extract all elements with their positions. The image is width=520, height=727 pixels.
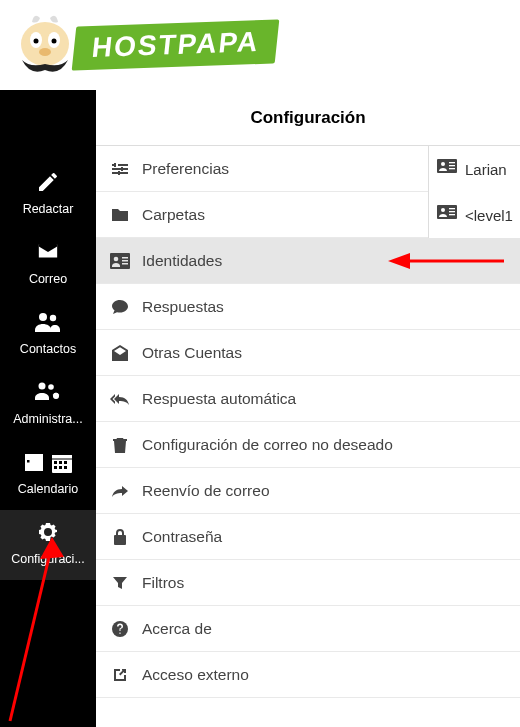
settings-item-identities[interactable]: Identidades	[96, 238, 520, 284]
sidebar-item-admin[interactable]: Administra...	[0, 370, 96, 440]
compose-icon	[2, 170, 94, 198]
forward-icon	[110, 481, 130, 501]
svg-rect-20	[25, 454, 43, 458]
mail-icon	[2, 240, 94, 268]
svg-rect-33	[122, 257, 128, 259]
svg-rect-36	[114, 535, 126, 545]
sidebar-item-calendar[interactable]: Calendario	[0, 440, 96, 510]
svg-point-4	[52, 39, 57, 44]
admin-icon	[2, 380, 94, 408]
settings-header: Configuración	[96, 90, 520, 146]
settings-item-auto-reply[interactable]: Respuesta automática	[96, 376, 520, 422]
svg-rect-28	[54, 466, 57, 469]
settings-item-label: Acerca de	[142, 620, 212, 638]
svg-rect-25	[54, 461, 57, 464]
sidebar-item-label: Administra...	[2, 412, 94, 426]
id-card-icon	[110, 251, 130, 271]
identity-label: Larian	[465, 161, 507, 178]
sidebar-item-contacts[interactable]: Contactos	[0, 300, 96, 370]
id-card-icon	[437, 205, 457, 225]
svg-rect-42	[449, 168, 455, 169]
settings-item-label: Acceso externo	[142, 666, 249, 684]
question-icon	[110, 619, 130, 639]
lock-icon	[110, 527, 130, 547]
identity-label: <level1	[465, 207, 513, 224]
svg-point-32	[114, 256, 119, 261]
svg-rect-30	[64, 466, 67, 469]
logo-mascot-icon	[10, 10, 80, 80]
comment-icon	[110, 297, 130, 317]
sidebar-item-label: Calendario	[2, 482, 94, 496]
svg-rect-35	[122, 263, 128, 265]
id-card-icon	[437, 159, 457, 179]
svg-point-44	[441, 208, 445, 212]
envelope-open-icon	[110, 343, 130, 363]
trash-icon	[110, 435, 130, 455]
svg-rect-23	[52, 455, 72, 459]
sidebar-item-label: Redactar	[2, 202, 94, 216]
identities-panel: Larian <level1	[428, 146, 520, 238]
settings-item-label: Respuestas	[142, 298, 224, 316]
settings-item-label: Carpetas	[142, 206, 205, 224]
sidebar-item-label: Configuraci...	[2, 552, 94, 566]
settings-item-forward[interactable]: Reenvío de correo	[96, 468, 520, 514]
sidebar-item-compose[interactable]: Redactar	[0, 160, 96, 230]
svg-point-39	[441, 162, 445, 166]
reply-all-icon	[110, 389, 130, 409]
svg-rect-40	[449, 162, 455, 163]
svg-rect-34	[122, 260, 128, 262]
settings-item-filters[interactable]: Filtros	[96, 560, 520, 606]
logo-text: HOSTPAPA	[72, 19, 280, 70]
svg-point-0	[21, 22, 69, 66]
settings-item-password[interactable]: Contraseña	[96, 514, 520, 560]
sidebar-item-label: Correo	[2, 272, 94, 286]
settings-item-responses[interactable]: Respuestas	[96, 284, 520, 330]
svg-point-5	[39, 48, 51, 56]
svg-point-3	[34, 39, 39, 44]
svg-point-9	[48, 384, 54, 390]
calendar-icon	[2, 450, 94, 478]
identity-item[interactable]: <level1	[429, 192, 520, 238]
settings-item-label: Contraseña	[142, 528, 222, 546]
sidebar: Redactar Correo Contactos Administra...	[0, 90, 96, 727]
svg-rect-46	[449, 211, 455, 212]
folder-icon	[110, 205, 130, 225]
header: HOSTPAPA	[0, 0, 520, 90]
settings-item-label: Configuración de correo no deseado	[142, 436, 393, 454]
hostpapa-logo: HOSTPAPA	[10, 10, 277, 80]
svg-rect-41	[449, 165, 455, 166]
sidebar-item-settings[interactable]: Configuraci...	[0, 510, 96, 580]
svg-point-8	[39, 383, 46, 390]
gear-icon	[2, 520, 94, 548]
settings-item-label: Preferencias	[142, 160, 229, 178]
svg-point-7	[50, 315, 56, 321]
settings-item-label: Identidades	[142, 252, 222, 270]
svg-rect-26	[59, 461, 62, 464]
settings-item-label: Respuesta automática	[142, 390, 296, 408]
svg-rect-45	[449, 208, 455, 209]
filter-icon	[110, 573, 130, 593]
svg-point-6	[39, 313, 47, 321]
identity-item[interactable]: Larian	[429, 146, 520, 192]
settings-item-spam[interactable]: Configuración de correo no deseado	[96, 422, 520, 468]
svg-rect-21	[27, 460, 30, 463]
settings-item-label: Filtros	[142, 574, 184, 592]
settings-item-about[interactable]: Acerca de	[96, 606, 520, 652]
svg-rect-29	[59, 466, 62, 469]
sliders-icon	[110, 159, 130, 179]
settings-item-label: Otras Cuentas	[142, 344, 242, 362]
settings-item-external-access[interactable]: Acceso externo	[96, 652, 520, 698]
settings-item-other-accounts[interactable]: Otras Cuentas	[96, 330, 520, 376]
contacts-icon	[2, 310, 94, 338]
sidebar-item-label: Contactos	[2, 342, 94, 356]
svg-rect-27	[64, 461, 67, 464]
sidebar-item-mail[interactable]: Correo	[0, 230, 96, 300]
svg-rect-47	[449, 214, 455, 215]
external-icon	[110, 665, 130, 685]
settings-item-label: Reenvío de correo	[142, 482, 270, 500]
